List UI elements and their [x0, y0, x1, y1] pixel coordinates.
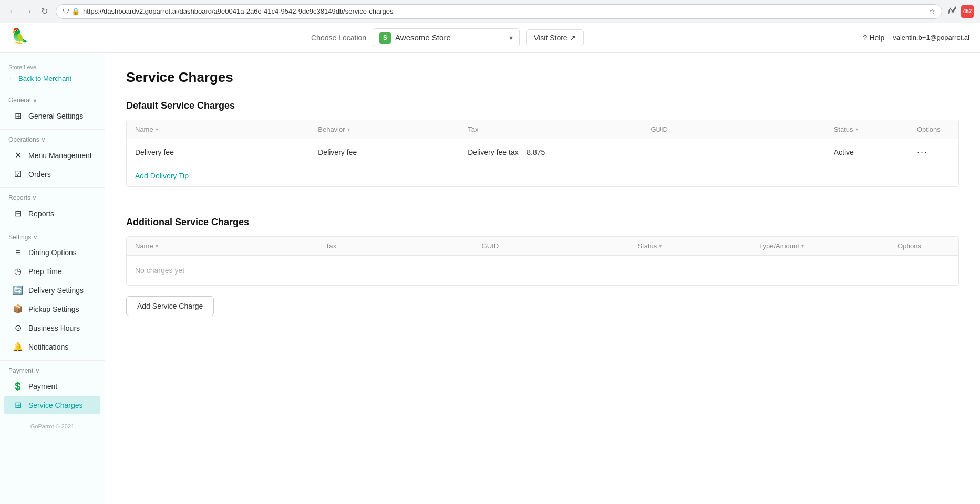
- reports-group-header[interactable]: Reports ∨: [0, 192, 105, 204]
- th-options: Options: [909, 120, 958, 139]
- reports-label: Reports: [28, 209, 54, 218]
- add-delivery-tip-link[interactable]: Add Delivery Tip: [127, 165, 958, 186]
- sidebar-item-orders[interactable]: ☑ Orders: [4, 165, 100, 183]
- payment-group-header[interactable]: Payment ∨: [0, 365, 105, 376]
- orders-label: Orders: [28, 170, 51, 178]
- url-security-icons: 🛡 🔒: [63, 7, 80, 15]
- sidebar-item-dining-options[interactable]: ≡ Dining Options: [4, 244, 100, 261]
- row-tax: Delivery fee tax – 8.875: [459, 139, 642, 165]
- location-name: Awesome Store: [395, 33, 505, 42]
- extension-badge[interactable]: 452: [961, 5, 974, 18]
- sidebar-item-general-settings[interactable]: ⊞ General Settings: [4, 107, 100, 125]
- notifications-label: Notifications: [28, 343, 68, 351]
- table-row: Delivery fee Delivery fee Delivery fee t…: [127, 139, 958, 165]
- back-button[interactable]: ←: [6, 5, 19, 18]
- chevron-down-icon: ▾: [509, 34, 513, 42]
- th-status: Status ▾: [826, 120, 909, 139]
- payment-icon: 💲: [13, 381, 23, 391]
- sidebar-item-service-charges[interactable]: ⊞ Service Charges: [4, 396, 100, 414]
- bookmark-icon[interactable]: ☆: [929, 7, 935, 15]
- settings-group-header[interactable]: Settings ∨: [0, 232, 105, 243]
- header-right: ? Help valentin.b+1@goparrot.ai: [863, 34, 969, 42]
- section-separator: [126, 202, 959, 202]
- general-group-header[interactable]: General ∨: [0, 94, 105, 106]
- url-bar[interactable]: 🛡 🔒 https://dashboardv2.goparrot.ai/dash…: [56, 4, 942, 19]
- row-guid: –: [642, 139, 825, 165]
- sidebar-divider-2: [0, 129, 105, 130]
- lock-icon: 🔒: [71, 7, 80, 15]
- store-level-label: Store Level: [0, 61, 105, 71]
- default-section-title: Default Service Charges: [126, 100, 959, 111]
- sidebar-item-delivery-settings[interactable]: 🔄 Delivery Settings: [4, 281, 100, 299]
- sidebar-divider-4: [0, 227, 105, 227]
- business-hours-icon: ⊙: [13, 323, 23, 333]
- th2-options: Options: [889, 237, 958, 256]
- location-icon: S: [379, 32, 391, 44]
- status-sort-icon: ▾: [855, 127, 858, 132]
- add-service-charge-button[interactable]: Add Service Charge: [126, 296, 214, 316]
- operations-group-header[interactable]: Operations ∨: [0, 134, 105, 145]
- dining-icon: ≡: [13, 248, 23, 257]
- shield-icon: 🛡: [63, 7, 69, 15]
- forward-button[interactable]: →: [22, 5, 35, 18]
- additional-table-body: No charges yet: [127, 256, 958, 286]
- sidebar-item-reports[interactable]: ⊟ Reports: [4, 204, 100, 223]
- help-button[interactable]: ? Help: [863, 34, 885, 42]
- choose-location-label: Choose Location: [311, 34, 366, 42]
- logo: 🦜: [11, 27, 32, 48]
- visit-store-button[interactable]: Visit Store ↗: [526, 29, 583, 46]
- sidebar-item-notifications[interactable]: 🔔 Notifications: [4, 338, 100, 356]
- location-selector[interactable]: S Awesome Store ▾: [373, 28, 520, 47]
- reports-icon: ⊟: [13, 208, 23, 218]
- service-charges-label: Service Charges: [28, 401, 83, 410]
- sidebar-item-business-hours[interactable]: ⊙ Business Hours: [4, 319, 100, 337]
- th2-status: Status ▾: [629, 237, 750, 256]
- sidebar-divider-3: [0, 187, 105, 188]
- menu-management-label: Menu Management: [28, 151, 92, 160]
- refresh-button[interactable]: ↻: [38, 5, 50, 18]
- additional-table-header: Name ▾ Tax GUID Status: [127, 237, 958, 256]
- help-circle-icon: ?: [863, 34, 868, 42]
- app-body: Store Level ← Back to Merchant General ∨…: [0, 52, 980, 504]
- name2-sort-icon: ▾: [156, 243, 158, 249]
- prep-time-label: Prep Time: [28, 267, 62, 276]
- additional-service-charges-table-wrapper: Name ▾ Tax GUID Status: [126, 236, 959, 286]
- default-table-header: Name ▾ Behavior ▾ Tax: [127, 120, 958, 139]
- browser-bar: ← → ↻ 🛡 🔒 https://dashboardv2.goparrot.a…: [0, 0, 980, 23]
- pocket-icon[interactable]: 🗲: [947, 6, 957, 17]
- user-email: valentin.b+1@goparrot.ai: [893, 34, 969, 41]
- general-group-label: General ∨: [8, 97, 37, 104]
- clock-icon: ◷: [13, 266, 23, 276]
- main-content: Service Charges Default Service Charges …: [105, 52, 980, 504]
- th2-guid: GUID: [473, 237, 630, 256]
- notifications-icon: 🔔: [13, 342, 23, 352]
- sidebar-item-prep-time[interactable]: ◷ Prep Time: [4, 262, 100, 280]
- business-hours-label: Business Hours: [28, 324, 80, 332]
- sidebar-item-pickup-settings[interactable]: 📦 Pickup Settings: [4, 300, 100, 318]
- reports-group-label: Reports ∨: [8, 194, 37, 202]
- back-to-merchant[interactable]: ← Back to Merchant: [0, 71, 105, 86]
- delivery-settings-label: Delivery Settings: [28, 286, 84, 295]
- service-charges-icon: ⊞: [13, 400, 23, 410]
- row-behavior: Delivery fee: [310, 139, 459, 165]
- options-menu-button[interactable]: ···: [917, 146, 928, 157]
- th2-tax: Tax: [317, 237, 473, 256]
- name-sort-icon: ▾: [156, 127, 158, 132]
- back-arrow-icon: ←: [8, 75, 15, 82]
- operations-group-label: Operations ∨: [8, 136, 46, 143]
- grid-icon: ⊞: [13, 111, 23, 121]
- th-tax: Tax: [459, 120, 642, 139]
- url-text: https://dashboardv2.goparrot.ai/dashboar…: [83, 7, 926, 15]
- default-table-body: Delivery fee Delivery fee Delivery fee t…: [127, 139, 958, 165]
- sidebar-item-payment[interactable]: 💲 Payment: [4, 377, 100, 395]
- sidebar-item-menu-management[interactable]: ✕ Menu Management: [4, 146, 100, 164]
- th-guid: GUID: [642, 120, 825, 139]
- default-service-charges-table: Name ▾ Behavior ▾ Tax: [127, 120, 958, 165]
- pickup-settings-label: Pickup Settings: [28, 305, 79, 313]
- row-options: ···: [909, 139, 958, 165]
- typeamount-sort-icon: ▾: [801, 243, 804, 249]
- menu-icon: ✕: [13, 150, 23, 160]
- sidebar-divider-1: [0, 90, 105, 90]
- status2-sort-icon: ▾: [659, 243, 662, 249]
- behavior-sort-icon: ▾: [347, 127, 350, 132]
